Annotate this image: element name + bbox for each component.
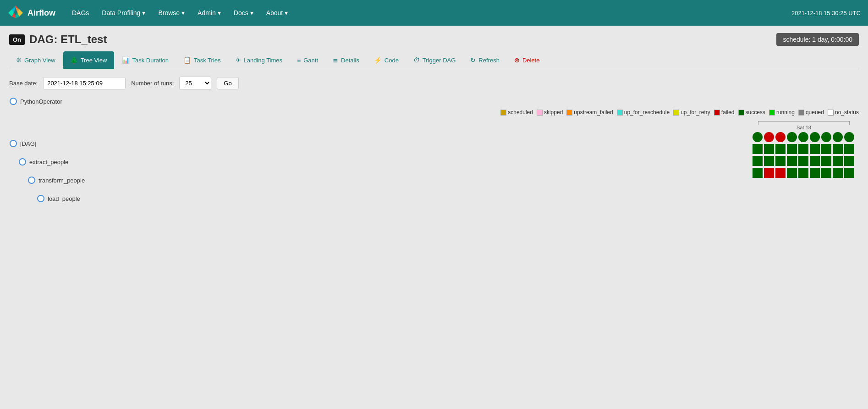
load-node-label: load_people: [48, 195, 80, 202]
load-cell-2[interactable]: [764, 168, 774, 178]
dag-cell-7[interactable]: [821, 132, 831, 142]
page: On DAG: ETL_test schedule: 1 day, 0:00:0…: [0, 26, 868, 220]
legend-upstream-failed-box: [566, 110, 572, 116]
delete-icon: ⊗: [514, 56, 520, 64]
nav-admin[interactable]: Admin ▾: [192, 6, 226, 20]
legend-no-status: no_status: [828, 109, 859, 116]
extract-cell-6[interactable]: [810, 144, 820, 154]
transform-cell-3[interactable]: [775, 156, 786, 166]
legend-failed: failed: [714, 109, 735, 116]
load-cell-7[interactable]: [821, 168, 831, 178]
legend-success-box: [738, 110, 744, 116]
transform-cell-6[interactable]: [810, 156, 820, 166]
graph-view-icon: ❊: [16, 56, 22, 64]
num-runs-select[interactable]: 25 5 10 50: [179, 77, 211, 90]
legend-scheduled-box: [500, 110, 506, 116]
load-cell-1[interactable]: [753, 168, 763, 178]
load-cell-6[interactable]: [810, 168, 820, 178]
load-cell-8[interactable]: [833, 168, 843, 178]
nav-about[interactable]: About ▾: [261, 6, 294, 20]
go-button[interactable]: Go: [217, 77, 238, 89]
dag-title-area: On DAG: ETL_test: [9, 33, 107, 46]
legend-failed-box: [714, 110, 720, 116]
load-cell-5[interactable]: [798, 168, 808, 178]
nav-dags[interactable]: DAGs: [66, 6, 94, 20]
transform-node-label: transform_people: [38, 177, 85, 184]
legend-no-status-box: [828, 110, 834, 116]
airflow-logo-icon: [7, 5, 24, 21]
tab-landing-times[interactable]: ✈ Landing Times: [229, 51, 290, 69]
grid-row-load: [137, 168, 859, 178]
nav-browse[interactable]: Browse ▾: [153, 6, 190, 20]
extract-cell-9[interactable]: [844, 144, 854, 154]
nav-docs[interactable]: Docs ▾: [228, 6, 259, 20]
dag-cell-2[interactable]: [764, 132, 774, 142]
tab-code[interactable]: ⚡ Code: [367, 51, 406, 69]
grid-row-transform: [137, 156, 859, 166]
tree-node-load[interactable]: load_people: [37, 194, 137, 203]
legend-retry-box: [673, 110, 679, 116]
tree-node-extract[interactable]: extract_people: [18, 158, 137, 166]
nav-data-profiling[interactable]: Data Profiling ▾: [96, 6, 151, 20]
load-cell-3[interactable]: [775, 168, 786, 178]
transform-cell-5[interactable]: [798, 156, 808, 166]
extract-node-label: extract_people: [29, 159, 68, 166]
details-icon: ≣: [333, 56, 338, 64]
on-badge[interactable]: On: [9, 34, 25, 45]
grid-panel: Sat 18: [137, 121, 859, 180]
nav-links: DAGs Data Profiling ▾ Browse ▾ Admin ▾ D…: [66, 6, 791, 20]
brand-name: Airflow: [27, 8, 55, 18]
dag-cell-3[interactable]: [775, 132, 786, 142]
transform-cell-7[interactable]: [821, 156, 831, 166]
dag-cell-4[interactable]: [787, 132, 797, 142]
svg-point-12: [38, 195, 44, 202]
dag-cell-8[interactable]: [833, 132, 843, 142]
legend-upstream-failed: upstream_failed: [566, 109, 613, 116]
transform-cell-4[interactable]: [787, 156, 797, 166]
extract-cell-4[interactable]: [787, 144, 797, 154]
tab-gantt[interactable]: ≡ Gantt: [290, 51, 325, 69]
extract-cell-2[interactable]: [764, 144, 774, 154]
dag-cell-9[interactable]: [844, 132, 854, 142]
extract-cell-8[interactable]: [833, 144, 843, 154]
controls: Base date: Number of runs: 25 5 10 50 Go: [9, 77, 859, 90]
legend-reschedule: up_for_reschedule: [617, 109, 670, 116]
date-header: Sat 18: [753, 121, 854, 130]
legend-running: running: [769, 109, 795, 116]
extract-cell-3[interactable]: [775, 144, 786, 154]
load-cell-4[interactable]: [787, 168, 797, 178]
dag-cell-6[interactable]: [810, 132, 820, 142]
tab-task-tries[interactable]: 📋 Task Tries: [176, 51, 228, 69]
dag-cell-5[interactable]: [798, 132, 808, 142]
legend-skipped: skipped: [537, 109, 563, 116]
tree-node-dag[interactable]: [DAG]: [9, 139, 137, 148]
tabs: ❊ Graph View 🌲 Tree View 📊 Task Duration…: [9, 51, 859, 69]
transform-cell-1[interactable]: [753, 156, 763, 166]
tab-task-duration[interactable]: 📊 Task Duration: [115, 51, 176, 69]
navbar: Airflow DAGs Data Profiling ▾ Browse ▾ A…: [0, 0, 868, 26]
transform-cell-2[interactable]: [764, 156, 774, 166]
extract-cell-5[interactable]: [798, 144, 808, 154]
transform-cell-8[interactable]: [833, 156, 843, 166]
schedule-badge: schedule: 1 day, 0:00:00: [776, 33, 859, 46]
transform-cell-9[interactable]: [844, 156, 854, 166]
num-runs-label: Number of runs:: [131, 80, 174, 87]
legend-scheduled: scheduled: [500, 109, 533, 116]
tree-node-transform[interactable]: transform_people: [27, 176, 137, 184]
tab-refresh[interactable]: ↻ Refresh: [463, 51, 506, 69]
dag-cell-1[interactable]: [753, 132, 763, 142]
legend-reschedule-box: [617, 110, 623, 116]
brand[interactable]: Airflow: [7, 5, 55, 21]
grid-row-dag: [137, 132, 859, 142]
tab-details[interactable]: ≣ Details: [326, 51, 366, 69]
load-cell-9[interactable]: [844, 168, 854, 178]
tab-trigger-dag[interactable]: ⏱ Trigger DAG: [407, 51, 462, 69]
extract-cell-7[interactable]: [821, 144, 831, 154]
tab-tree-view[interactable]: 🌲 Tree View: [63, 51, 114, 69]
base-date-input[interactable]: [43, 77, 126, 89]
svg-point-11: [28, 177, 35, 183]
tab-graph-view[interactable]: ❊ Graph View: [9, 51, 62, 69]
tab-delete[interactable]: ⊗ Delete: [507, 51, 547, 69]
extract-cell-1[interactable]: [753, 144, 763, 154]
tree-panel: [DAG] extract_people transform_people: [9, 121, 137, 213]
